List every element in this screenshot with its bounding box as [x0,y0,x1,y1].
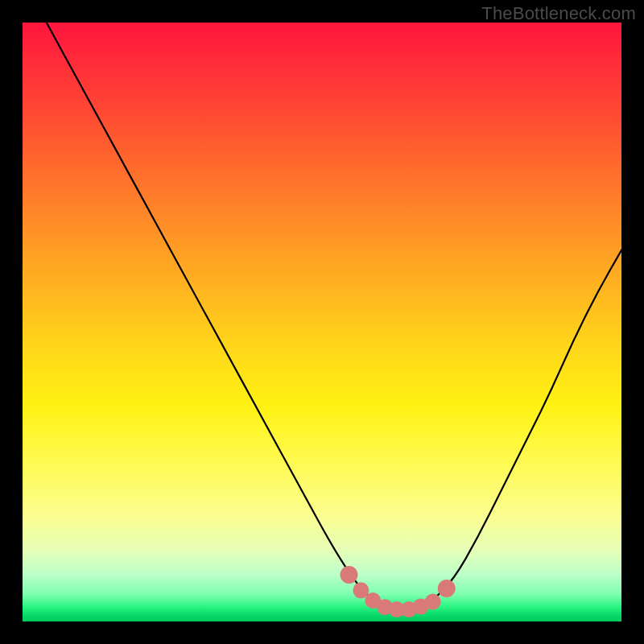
highlight-dot [438,580,456,597]
highlight-dot [340,566,357,584]
highlight-dot [425,593,441,609]
watermark-text: TheBottleneck.com [481,3,636,24]
highlight-dots [340,566,455,617]
plot-area [23,23,621,621]
bottleneck-curve [47,23,621,609]
chart-frame: TheBottleneck.com [0,0,644,644]
curve-layer [23,23,621,621]
